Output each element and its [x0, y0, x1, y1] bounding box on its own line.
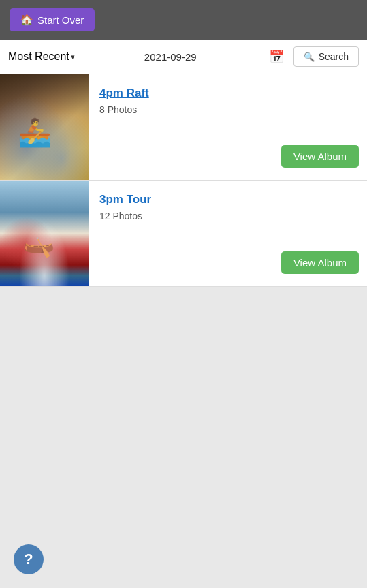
- chevron-down-icon: ▾: [71, 52, 75, 61]
- filter-bar: Most Recent ▾ 2021-09-29 📅 🔍 Search: [0, 40, 367, 74]
- search-icon: 🔍: [304, 52, 315, 62]
- empty-area: [0, 287, 367, 519]
- start-over-button[interactable]: 🏠 Start Over: [10, 8, 95, 31]
- calendar-button[interactable]: 📅: [266, 49, 287, 64]
- search-label: Search: [319, 51, 349, 62]
- help-icon: ?: [24, 551, 33, 568]
- help-button[interactable]: ?: [14, 544, 44, 574]
- start-over-label: Start Over: [37, 14, 84, 26]
- home-icon: 🏠: [20, 14, 33, 26]
- album-card-1: 4pm Raft 8 Photos View Album: [0, 74, 367, 181]
- album-title-2[interactable]: 3pm Tour: [99, 193, 359, 206]
- album-thumbnail-2: [0, 181, 89, 286]
- view-album-button-2[interactable]: View Album: [281, 251, 359, 274]
- sort-wrapper[interactable]: Most Recent ▾: [8, 50, 75, 63]
- album-title-1[interactable]: 4pm Raft: [99, 87, 359, 100]
- calendar-icon: 📅: [269, 50, 284, 63]
- view-album-button-1[interactable]: View Album: [281, 145, 359, 168]
- search-button[interactable]: 🔍 Search: [293, 46, 359, 67]
- album-list: 4pm Raft 8 Photos View Album 3pm Tour 12…: [0, 74, 367, 287]
- date-display: 2021-09-29: [82, 51, 259, 63]
- album-count-2: 12 Photos: [99, 211, 359, 221]
- album-thumbnail-1: [0, 74, 89, 180]
- album-count-1: 8 Photos: [99, 104, 359, 115]
- album-card-2: 3pm Tour 12 Photos View Album: [0, 181, 367, 287]
- sort-label: Most Recent: [8, 50, 69, 63]
- top-bar: 🏠 Start Over: [0, 0, 367, 40]
